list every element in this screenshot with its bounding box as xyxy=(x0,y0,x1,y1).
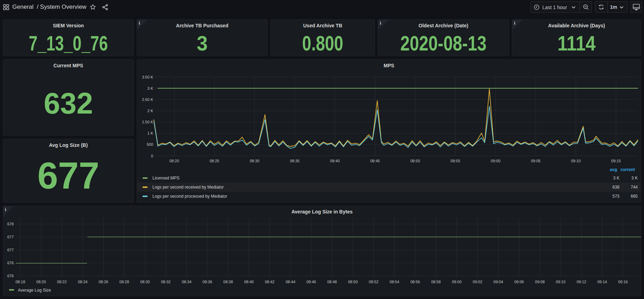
svg-text:677: 677 xyxy=(7,248,14,252)
svg-text:09:04: 09:04 xyxy=(493,280,503,284)
svg-text:08:46: 08:46 xyxy=(307,280,316,284)
svg-text:09:12: 09:12 xyxy=(577,280,587,284)
svg-text:08:54: 08:54 xyxy=(390,280,399,284)
svg-text:09:00: 09:00 xyxy=(491,159,501,163)
svg-text:08:22: 08:22 xyxy=(57,280,67,284)
svg-text:500: 500 xyxy=(147,142,153,147)
svg-text:678: 678 xyxy=(7,222,14,226)
svg-text:08:30: 08:30 xyxy=(140,280,150,284)
svg-text:676: 676 xyxy=(7,274,14,278)
svg-text:09:06: 09:06 xyxy=(514,280,524,284)
svg-text:09:14: 09:14 xyxy=(597,280,607,284)
svg-text:08:44: 08:44 xyxy=(286,280,295,284)
svg-text:09:02: 09:02 xyxy=(473,280,482,284)
svg-text:09:10: 09:10 xyxy=(556,280,566,284)
svg-text:3 K: 3 K xyxy=(147,86,153,90)
svg-text:1 K: 1 K xyxy=(147,131,153,135)
svg-text:08:50: 08:50 xyxy=(410,159,420,163)
svg-text:08:18: 08:18 xyxy=(15,280,25,284)
svg-text:08:40: 08:40 xyxy=(244,280,254,284)
svg-text:08:36: 08:36 xyxy=(203,280,212,284)
svg-text:08:24: 08:24 xyxy=(78,280,88,284)
svg-text:08:56: 08:56 xyxy=(410,280,420,284)
svg-text:08:45: 08:45 xyxy=(370,159,380,163)
svg-text:1.50 K: 1.50 K xyxy=(142,120,153,124)
svg-text:08:30: 08:30 xyxy=(250,159,260,163)
svg-text:08:20: 08:20 xyxy=(170,159,179,163)
svg-text:08:50: 08:50 xyxy=(348,280,358,284)
svg-text:08:35: 08:35 xyxy=(290,159,300,163)
svg-text:08:58: 08:58 xyxy=(431,280,441,284)
svg-text:08:42: 08:42 xyxy=(265,280,275,284)
svg-text:3.50 K: 3.50 K xyxy=(142,75,153,79)
svg-text:08:38: 08:38 xyxy=(223,280,233,284)
svg-text:2 K: 2 K xyxy=(147,109,153,113)
svg-text:08:20: 08:20 xyxy=(36,280,46,284)
svg-text:09:10: 09:10 xyxy=(571,159,581,163)
svg-text:677: 677 xyxy=(7,235,14,239)
svg-text:08:34: 08:34 xyxy=(182,280,192,284)
svg-text:08:32: 08:32 xyxy=(161,280,171,284)
svg-text:09:08: 09:08 xyxy=(535,280,545,284)
svg-text:676: 676 xyxy=(7,261,14,265)
svg-text:09:05: 09:05 xyxy=(531,159,541,163)
svg-text:09:16: 09:16 xyxy=(618,280,628,284)
svg-text:2.50 K: 2.50 K xyxy=(142,97,153,102)
svg-text:08:52: 08:52 xyxy=(369,280,379,284)
svg-text:0: 0 xyxy=(151,154,153,158)
svg-text:08:28: 08:28 xyxy=(119,280,129,284)
svg-text:08:25: 08:25 xyxy=(210,159,219,163)
svg-text:09:00: 09:00 xyxy=(452,280,462,284)
svg-text:09:15: 09:15 xyxy=(611,159,621,163)
svg-text:08:48: 08:48 xyxy=(327,280,337,284)
svg-text:08:26: 08:26 xyxy=(98,280,108,284)
svg-text:08:55: 08:55 xyxy=(451,159,460,163)
svg-text:08:40: 08:40 xyxy=(330,159,340,163)
